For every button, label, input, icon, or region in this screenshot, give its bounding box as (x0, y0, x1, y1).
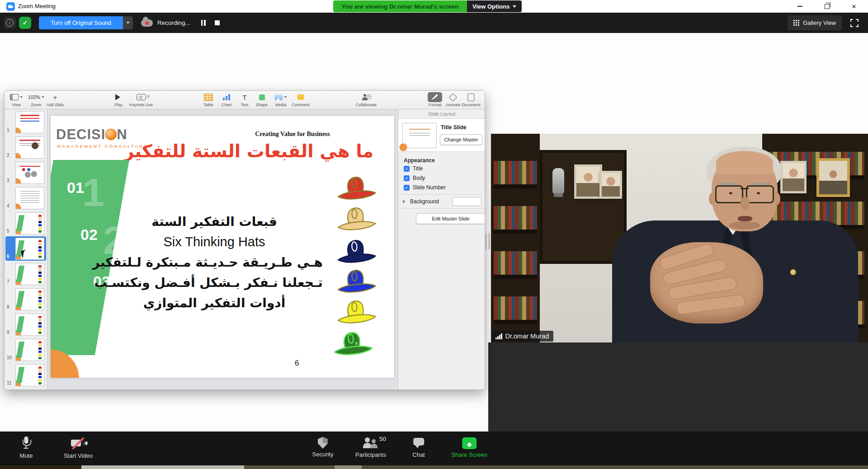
chat-button[interactable]: Chat (412, 436, 425, 458)
format-panel: Slide Layout Title Slide Change Master A… (398, 109, 485, 389)
keynote-view-button[interactable]: View (10, 92, 23, 107)
meeting-top-toolbar: i ✓ Turn off Original Sound Recording...… (0, 13, 868, 33)
slide-thumb-3[interactable]: 3 (5, 162, 47, 184)
view-icon (10, 94, 19, 100)
edit-master-slide-button[interactable]: Edit Master Slide (416, 213, 485, 224)
keynote-play-button[interactable]: Play (113, 92, 123, 107)
slide-thumb-7[interactable]: 7 (5, 263, 47, 286)
start-video-button[interactable]: Start Video (64, 436, 93, 459)
view-options-button[interactable]: View Options (467, 0, 522, 12)
share-screen-button[interactable]: Share Screen (451, 436, 487, 458)
shape-icon (259, 94, 265, 100)
document-icon (468, 94, 475, 101)
info-icon: i (6, 19, 14, 27)
chart-icon (223, 94, 230, 100)
table-icon (204, 94, 212, 101)
keynote-comment-button[interactable]: Comment (292, 92, 309, 107)
encryption-shield-button[interactable]: ✓ (19, 17, 31, 29)
recording-indicator: Recording... (137, 16, 223, 29)
slide-title-arabic: ما هي القبعات الستة للتفكير (105, 141, 392, 161)
meeting-control-bar: Mute Start Video Security 50 Participant… (0, 431, 868, 465)
band-number-01: 01 (67, 179, 84, 197)
close-button[interactable]: ✕ (845, 0, 863, 13)
keynote-chart-button[interactable]: Chart (222, 92, 231, 107)
checkbox-body[interactable]: ✓ Body (404, 175, 485, 181)
viewing-screen-banner: You are viewing Dr.omar Murad's screen (333, 0, 467, 12)
security-button[interactable]: Security (312, 437, 334, 458)
body-line-5: أدوات التفكير المتوازي (106, 293, 323, 313)
checkbox-title[interactable]: ✓ Title (404, 165, 485, 172)
slide-thumb-11[interactable]: 11 (5, 364, 47, 387)
gallery-view-button[interactable]: Gallery View (788, 15, 842, 30)
disclosure-triangle-icon (403, 200, 407, 203)
slide-thumb-5[interactable]: 5 (5, 212, 47, 235)
slide-thumb-9[interactable]: 9 (5, 314, 47, 336)
thumbnail (15, 212, 44, 234)
recording-label: Recording... (157, 19, 190, 26)
participants-button[interactable]: 50 Participants (355, 436, 386, 458)
meeting-info-button[interactable]: i (4, 17, 16, 29)
media-icon (275, 94, 283, 100)
checkbox-slide-number[interactable]: ✓ Slide Number (404, 184, 485, 191)
mute-button[interactable]: Mute (20, 436, 33, 459)
slide-thumb-8[interactable]: 8 (5, 288, 47, 311)
keynote-format-button[interactable]: Format (428, 92, 442, 107)
thumbnail (15, 263, 44, 285)
keynote-window: View 102% Zoom + Add Slide Play Keynote … (4, 90, 485, 390)
window-title: Zoom Meeting (18, 3, 56, 9)
participants-icon: 50 (363, 436, 378, 449)
zoom-app-icon (6, 2, 15, 11)
change-master-button[interactable]: Change Master (440, 134, 482, 145)
keynote-text-button[interactable]: T Text (241, 92, 249, 107)
original-sound-button[interactable]: Turn off Original Sound (39, 16, 123, 29)
background-color-well[interactable] (453, 197, 481, 206)
keynote-shape-button[interactable]: Shape (256, 92, 268, 107)
keynote-live-button[interactable]: Keynote Live (129, 92, 153, 107)
keynote-collaborate-button[interactable]: + Collaborate (356, 92, 377, 107)
slide-canvas: DECISIN MANAGEMENT CONSULTANCY Creating … (47, 109, 398, 389)
keynote-live-icon (136, 94, 146, 100)
mouth (738, 216, 752, 221)
thumbnail (15, 314, 44, 336)
master-slide-section: Title Slide Change Master (398, 119, 485, 152)
keynote-media-button[interactable]: Media (275, 92, 287, 107)
original-sound-dropdown[interactable] (123, 16, 133, 29)
minimize-button[interactable] (791, 0, 809, 13)
maximize-button[interactable] (818, 0, 836, 13)
thumbnail (15, 364, 44, 386)
slide-thumb-10[interactable]: 10 (5, 339, 47, 361)
pause-recording-icon[interactable] (201, 20, 206, 26)
thumbnail (15, 136, 44, 159)
keynote-zoom-control[interactable]: 102% Zoom (28, 92, 44, 107)
background-row[interactable]: Background (403, 198, 485, 205)
slide-body-text: قبعات التفكير الستة Six Thinking Hats هـ… (106, 211, 323, 313)
keynote-add-slide-button[interactable]: + Add Slide (47, 92, 64, 107)
slide-thumb-4[interactable]: 4 (5, 187, 47, 210)
face (712, 154, 778, 231)
fullscreen-button[interactable] (848, 17, 861, 29)
slide-thumb-2[interactable]: 2 (5, 136, 47, 159)
banner-text: You are viewing Dr.omar Murad's screen (342, 3, 459, 10)
security-shield-icon (318, 437, 328, 449)
body-line-3: هـي طـريـقة حـديـثة مـبتكرة لـلتفكير (106, 252, 323, 272)
animate-icon (449, 93, 457, 101)
stop-recording-icon[interactable] (215, 20, 220, 25)
participant-video[interactable]: Dr.omar Murad (491, 134, 868, 342)
slide-thumb-1[interactable]: 1 (5, 111, 47, 134)
panel-drag-handle[interactable] (486, 233, 490, 249)
globe-icon (105, 129, 117, 140)
keynote-animate-button[interactable]: Animate (445, 92, 460, 107)
band-number-04: 04 (106, 320, 123, 338)
keynote-document-button[interactable]: Document (462, 92, 480, 107)
orange-corner (51, 342, 87, 378)
shield-check-icon: ✓ (23, 19, 28, 26)
text-icon: T (242, 94, 246, 101)
thumbnail (15, 339, 44, 361)
master-name: Title Slide (441, 124, 466, 131)
current-slide: DECISIN MANAGEMENT CONSULTANCY Creating … (51, 116, 394, 378)
fullscreen-icon (850, 19, 859, 28)
checkbox-checked-icon: ✓ (404, 185, 410, 191)
master-thumbnail[interactable] (402, 123, 437, 148)
chevron-down-icon (126, 22, 130, 26)
keynote-table-button[interactable]: Table (203, 92, 213, 107)
